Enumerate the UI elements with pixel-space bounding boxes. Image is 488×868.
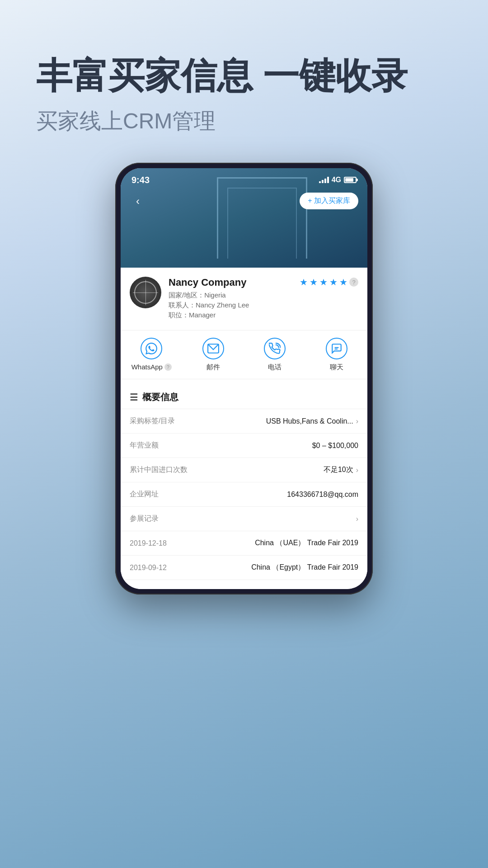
header-section: 丰富买家信息 一键收录 买家线上CRM管理 — [0, 0, 488, 154]
website-label: 企业网址 — [130, 490, 159, 499]
star-3: ★ — [319, 277, 328, 288]
info-section: ☰ 概要信息 采购标签/目录 USB Hubs,Fans & Coolin...… — [121, 383, 367, 580]
avatar-placeholder — [130, 277, 161, 308]
phone-icon — [264, 338, 286, 359]
status-bar: 9:43 4G — [121, 168, 367, 188]
add-buyer-button[interactable]: + 加入买家库 — [300, 193, 358, 209]
phone-hero-image: 9:43 4G — [121, 168, 367, 268]
info-row-purchase-tag[interactable]: 采购标签/目录 USB Hubs,Fans & Coolin... › — [121, 409, 367, 434]
website-value: 1643366718@qq.com — [287, 491, 358, 499]
country-label: 国家/地区： — [169, 291, 204, 299]
battery-fill — [345, 178, 353, 182]
contact-name: Nancy Company — [169, 277, 249, 288]
info-row-fair-1: 2019-12-18 China （UAE） Trade Fair 2019 — [121, 531, 367, 556]
action-email[interactable]: 邮件 — [183, 330, 244, 379]
chat-label: 聊天 — [330, 363, 343, 372]
contact-label: 联系人： — [169, 301, 196, 309]
star-rating: ★ ★ ★ ★ ★ ? — [300, 277, 358, 288]
contact-country: 国家/地区：Nigeria — [169, 291, 249, 300]
exhibition-label: 参展记录 — [130, 514, 159, 524]
avatar — [130, 277, 161, 308]
whatsapp-label: WhatsApp ? — [131, 363, 172, 371]
fair-2-date: 2019-09-12 — [130, 564, 167, 572]
phone-container: 9:43 4G — [0, 163, 488, 594]
whatsapp-help-icon[interactable]: ? — [164, 363, 172, 371]
fair-1-date: 2019-12-18 — [130, 539, 167, 547]
battery-icon — [344, 177, 357, 183]
info-row-exhibition[interactable]: 参展记录 › — [121, 507, 367, 531]
action-chat[interactable]: 聊天 — [306, 330, 368, 379]
action-whatsapp[interactable]: WhatsApp ? — [121, 330, 183, 379]
status-time: 9:43 — [131, 175, 150, 185]
purchase-tag-value: USB Hubs,Fans & Coolin... › — [266, 417, 358, 425]
star-4: ★ — [329, 277, 338, 288]
signal-bars-icon — [319, 177, 329, 183]
fair-1-name: China （UAE） Trade Fair 2019 — [255, 538, 358, 548]
email-icon — [202, 338, 224, 359]
phone-nav: ‹ + 加入买家库 — [121, 188, 367, 214]
import-count-label: 累计中国进口次数 — [130, 465, 188, 475]
info-row-website: 企业网址 1643366718@qq.com — [121, 482, 367, 507]
action-phone[interactable]: 电话 — [244, 330, 306, 379]
star-1: ★ — [300, 277, 308, 288]
info-row-revenue: 年营业额 $0 – $100,000 — [121, 434, 367, 458]
star-5: ★ — [339, 277, 347, 288]
phone-bottom-padding — [121, 580, 367, 589]
info-row-import-count[interactable]: 累计中国进口次数 不足10次 › — [121, 458, 367, 482]
contact-person-value: Nancy Zheng Lee — [196, 301, 249, 309]
network-type: 4G — [332, 176, 341, 184]
contact-position: 职位：Manager — [169, 311, 249, 320]
import-count-value: 不足10次 › — [324, 465, 358, 475]
contact-person: 联系人：Nancy Zheng Lee — [169, 301, 249, 310]
overview-icon: ☰ — [130, 392, 138, 403]
sub-title: 买家线上CRM管理 — [36, 107, 452, 136]
fair-2-name: China （Egypt） Trade Fair 2019 — [251, 563, 358, 572]
phone-label: 电话 — [268, 363, 282, 372]
position-label: 职位： — [169, 311, 189, 319]
chevron-right-icon-2: › — [356, 466, 358, 474]
exhibition-value: › — [356, 515, 358, 523]
chat-icon — [326, 338, 347, 359]
info-section-header: ☰ 概要信息 — [121, 383, 367, 409]
back-button[interactable]: ‹ — [130, 193, 146, 209]
overview-title: 概要信息 — [142, 391, 178, 403]
info-row-fair-2: 2019-09-12 China （Egypt） Trade Fair 2019 — [121, 556, 367, 580]
main-title: 丰富买家信息 一键收录 — [36, 54, 452, 98]
chevron-right-icon: › — [356, 417, 358, 425]
contact-card: Nancy Company 国家/地区：Nigeria 联系人：Nancy Zh… — [121, 268, 367, 330]
star-2: ★ — [310, 277, 318, 288]
country-value: Nigeria — [204, 291, 226, 299]
avatar-crosshair-icon — [134, 281, 157, 304]
status-icons: 4G — [319, 176, 357, 184]
purchase-tag-label: 采购标签/目录 — [130, 416, 175, 426]
revenue-label: 年营业额 — [130, 441, 159, 450]
revenue-value: $0 – $100,000 — [312, 442, 358, 450]
chevron-right-icon-3: › — [356, 515, 358, 523]
action-bar: WhatsApp ? 邮件 — [121, 330, 367, 379]
rating-help-icon[interactable]: ? — [349, 278, 358, 287]
contact-info: Nancy Company 国家/地区：Nigeria 联系人：Nancy Zh… — [169, 277, 358, 321]
email-label: 邮件 — [206, 363, 220, 372]
whatsapp-icon — [141, 338, 162, 359]
phone-frame: 9:43 4G — [115, 163, 373, 594]
position-value: Manager — [189, 311, 216, 319]
phone-screen: 9:43 4G — [121, 168, 367, 589]
